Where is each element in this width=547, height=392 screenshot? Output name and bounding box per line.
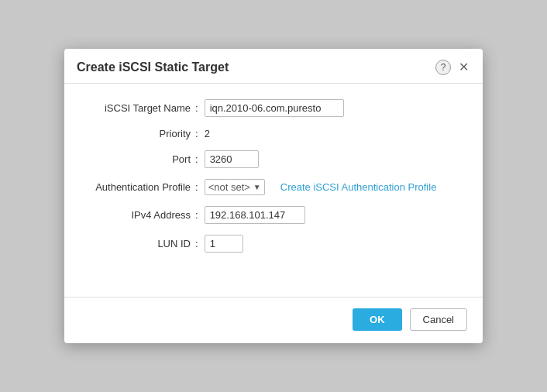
create-auth-profile-link[interactable]: Create iSCSI Authentication Profile	[280, 181, 437, 193]
auth-profile-select[interactable]: <not set> ▼	[205, 179, 265, 195]
priority-label: Priority	[83, 128, 195, 139]
iscsi-target-name-input[interactable]	[205, 99, 344, 117]
auth-dropdown-arrow-icon: ▼	[253, 183, 261, 191]
auth-profile-row: Authentication Profile : <not set> ▼ Cre…	[83, 179, 464, 195]
dialog-title: Create iSCSI Static Target	[77, 60, 229, 74]
colon-5: :	[195, 209, 198, 221]
ipv4-input[interactable]	[205, 206, 305, 224]
priority-value: 2	[205, 128, 210, 139]
ok-button[interactable]: OK	[353, 308, 402, 331]
dialog-footer: OK Cancel	[64, 297, 483, 343]
dialog-body: iSCSI Target Name : Priority : 2 Port : …	[64, 84, 483, 297]
iscsi-target-name-row: iSCSI Target Name :	[83, 99, 464, 117]
ipv4-row: IPv4 Address :	[83, 206, 464, 224]
dialog-header: Create iSCSI Static Target ? ✕	[64, 49, 483, 84]
help-button[interactable]: ?	[435, 60, 451, 75]
port-row: Port :	[83, 150, 464, 168]
cancel-button[interactable]: Cancel	[410, 308, 467, 331]
lun-id-row: LUN ID :	[83, 235, 464, 253]
priority-row: Priority : 2	[83, 128, 464, 139]
create-iscsi-dialog: Create iSCSI Static Target ? ✕ iSCSI Tar…	[64, 49, 483, 343]
colon-6: :	[195, 238, 198, 249]
iscsi-target-name-label: iSCSI Target Name	[83, 102, 195, 114]
close-button[interactable]: ✕	[457, 61, 470, 74]
colon-3: :	[195, 153, 198, 165]
colon-1: :	[195, 102, 198, 114]
header-icons: ? ✕	[435, 60, 470, 75]
auth-profile-value: <not set>	[208, 181, 250, 193]
port-label: Port	[83, 153, 195, 165]
lun-id-label: LUN ID	[83, 238, 195, 249]
colon-4: :	[195, 181, 198, 193]
lun-id-input[interactable]	[205, 235, 243, 253]
port-input[interactable]	[205, 150, 259, 168]
auth-profile-label: Authentication Profile	[83, 181, 195, 193]
ipv4-label: IPv4 Address	[83, 209, 195, 221]
colon-2: :	[195, 128, 198, 139]
